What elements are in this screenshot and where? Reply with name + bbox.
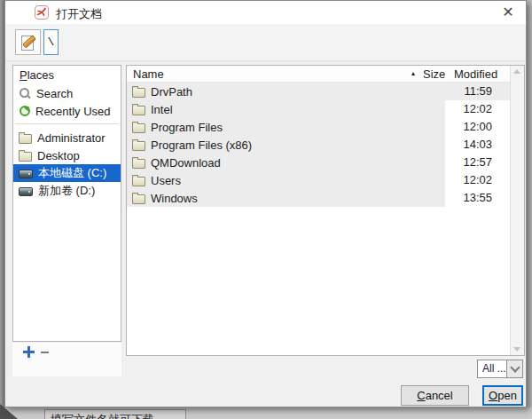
places-item[interactable]: Search [13,84,121,102]
type-filename-button[interactable] [15,29,41,55]
file-modified-cell: 12:02 [445,171,511,189]
close-icon[interactable]: ✕ [499,4,517,21]
file-name-label: Program Files [151,121,223,134]
sort-ascending-icon: ▴ [411,70,415,77]
file-name-cell: Windows [127,189,445,207]
folder-icon [132,159,145,169]
file-type-filter-combo[interactable]: All ... [477,360,523,378]
file-name-cell: Program Files [127,118,445,136]
file-list-row[interactable]: Intel 12:02 [127,100,511,118]
folder-icon [132,141,145,151]
open-button[interactable]: Open [482,385,523,406]
file-list-row[interactable]: DrvPath 11:59 [127,83,511,100]
recently-used-icon [20,106,30,116]
places-item-label: Recently Used [35,105,111,118]
app-icon [35,5,49,20]
folder-icon [132,177,145,186]
places-location-list: Administrator Desktop 本地磁盘 (C:) 新加卷 (D:) [13,129,121,200]
search-icon [19,87,31,99]
folder-icon [19,134,32,144]
file-name-cell: Intel [127,100,445,118]
file-name-label: Users [151,174,181,187]
title-bar[interactable]: 打开文档 ✕ [5,1,526,24]
places-item[interactable]: Administrator [13,129,121,146]
folder-icon [132,123,145,133]
places-actions [12,343,121,376]
file-name-label: Intel [151,103,173,116]
places-item-label: Search [36,87,73,100]
file-list-row[interactable]: Program Files 12:00 [127,118,511,136]
file-modified-cell: 12:57 [445,154,511,171]
file-list-header: Name ▴ Size Modified [127,66,511,83]
file-name-label: QMDownload [151,156,221,170]
add-place-button[interactable] [23,346,35,359]
places-item-label: Desktop [37,149,80,162]
file-name-label: Program Files (x86) [151,138,252,152]
file-name-cell: Users [127,171,445,189]
places-item[interactable]: Recently Used [13,102,121,120]
file-name-label: DrvPath [151,85,192,99]
places-panel: Places Search Recently Used Administrato… [12,65,121,342]
open-document-dialog: 打开文档 ✕ \ Places Search Recently Used Adm… [4,0,527,407]
file-list-panel: Name ▴ Size Modified DrvPath 11:59 Intel… [126,65,525,356]
screenshot-root: 填写文件名就可下载 打开文档 ✕ \ Places [0,0,532,419]
file-list-row[interactable]: Windows 13:55 [127,189,511,207]
remove-place-button[interactable] [41,346,53,359]
column-header-modified[interactable]: Modified [454,67,505,81]
file-name-cell: QMDownload [127,154,445,171]
folder-icon [132,88,145,98]
filter-selected-value: All ... [477,360,506,378]
places-separator [15,123,119,124]
file-list-row[interactable]: QMDownload 12:57 [127,154,511,171]
places-item[interactable]: 新加卷 (D:) [13,182,121,200]
file-modified-cell: 11:59 [445,83,511,100]
scroll-up-icon[interactable] [513,69,520,74]
column-header-size[interactable]: Size [423,67,450,81]
disk-icon [19,170,33,178]
file-name-cell: Program Files (x86) [127,136,445,154]
file-modified-cell: 13:55 [445,189,511,207]
disk-icon [19,187,33,196]
places-item-label: 本地磁盘 (C:) [38,165,106,181]
path-root-button[interactable]: \ [43,29,59,55]
background-clipped-text: 填写文件名就可下载 [44,409,186,419]
places-item-label: Administrator [37,131,106,145]
file-name-cell: DrvPath [127,83,445,100]
dialog-title: 打开文档 [56,6,102,22]
file-name-label: Windows [151,192,198,205]
places-item-label: 新加卷 (D:) [38,183,95,199]
edit-document-icon [20,34,37,51]
places-item[interactable]: 本地磁盘 (C:) [13,164,121,182]
dialog-toolbar: \ [5,24,526,61]
folder-icon [132,106,145,115]
chevron-down-icon [510,362,520,372]
file-modified-cell: 12:00 [445,118,511,136]
scroll-down-icon[interactable] [513,347,520,352]
file-list-row[interactable]: Users 12:02 [127,171,511,189]
file-list-row[interactable]: Program Files (x86) 14:03 [127,136,511,154]
combo-dropdown-button[interactable] [506,360,523,378]
file-list-rows: DrvPath 11:59 Intel 12:02 Program Files … [127,83,511,207]
folder-icon [132,194,145,204]
places-header: Places [13,68,121,84]
vertical-scrollbar[interactable] [510,66,524,355]
file-modified-cell: 14:03 [445,136,511,154]
folder-icon [19,152,32,162]
places-item[interactable]: Desktop [13,146,121,164]
column-header-name[interactable]: Name [127,67,411,81]
file-modified-cell: 12:02 [445,100,511,118]
cancel-button[interactable]: Cancel [401,385,469,406]
places-shortcut-list: Search Recently Used [13,84,121,120]
